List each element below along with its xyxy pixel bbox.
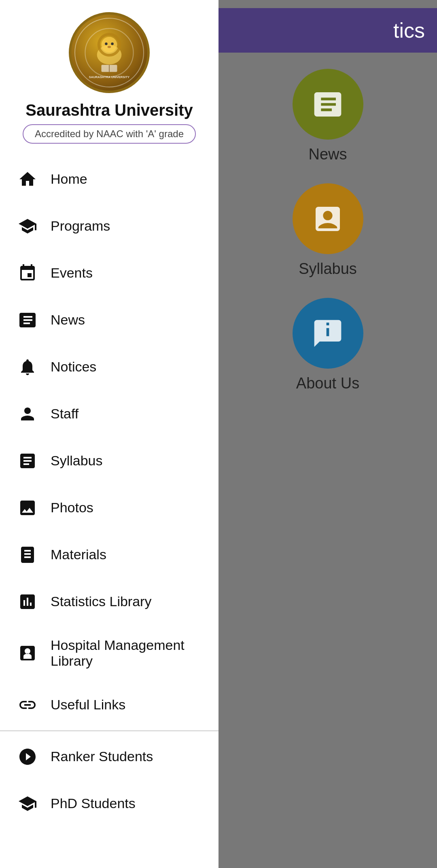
nav-item-syllabus[interactable]: Syllabus (0, 437, 218, 484)
nav-label-notices: Notices (51, 359, 96, 375)
about-us-label: About Us (296, 375, 359, 392)
nav-item-phd-students[interactable]: PhD Students (0, 780, 218, 827)
right-icons-area: News Syllabus About Us (293, 53, 363, 392)
notices-icon (16, 356, 38, 378)
right-icon-syllabus[interactable]: Syllabus (293, 183, 363, 278)
nav-label-statistics-library: Statistics Library (51, 594, 151, 609)
nav-item-staff[interactable]: Staff (0, 390, 218, 437)
nav-label-useful-links: Useful Links (51, 697, 125, 713)
sidebar-header: SAURASHTRA UNIVERSITY Saurashtra Univers… (0, 0, 218, 156)
nav-label-photos: Photos (51, 500, 93, 516)
right-icon-about-us[interactable]: About Us (293, 298, 363, 392)
news-icon (312, 88, 344, 121)
photos-icon (16, 497, 38, 519)
nav-label-home: Home (51, 171, 87, 187)
about-us-circle (293, 298, 363, 369)
nav-label-hospital-library: Hospital Management Library (51, 637, 202, 669)
svg-point-4 (105, 42, 108, 45)
events-icon (16, 262, 38, 284)
nav-item-notices[interactable]: Notices (0, 344, 218, 390)
sidebar: SAURASHTRA UNIVERSITY Saurashtra Univers… (0, 0, 218, 868)
nav-label-syllabus: Syllabus (51, 453, 103, 469)
right-panel: tics News Syllabus (218, 0, 437, 868)
syllabus-circle (293, 183, 363, 254)
svg-point-6 (108, 46, 111, 48)
svg-point-5 (111, 42, 114, 45)
materials-icon (16, 543, 38, 566)
svg-text:SAURASHTRA UNIVERSITY: SAURASHTRA UNIVERSITY (89, 75, 129, 79)
svg-point-0 (85, 28, 133, 76)
nav-item-useful-links[interactable]: Useful Links (0, 681, 218, 728)
nav-label-materials: Materials (51, 547, 106, 562)
nav-item-news[interactable]: News (0, 297, 218, 344)
nav-label-phd-students: PhD Students (51, 796, 136, 811)
syllabus-nav-icon (16, 450, 38, 472)
statistics-icon (16, 590, 38, 613)
phd-icon (16, 792, 38, 815)
svg-point-2 (102, 37, 117, 53)
nav-label-ranker-students: Ranker Students (51, 749, 153, 764)
hospital-icon (16, 642, 38, 664)
nav-divider (0, 730, 218, 731)
nav-item-events[interactable]: Events (0, 250, 218, 297)
svg-rect-7 (102, 65, 117, 72)
staff-icon (16, 403, 38, 425)
nav-label-news: News (51, 312, 85, 328)
header-partial-title: tics (393, 18, 425, 42)
emblem-svg: SAURASHTRA UNIVERSITY (83, 26, 136, 79)
ranker-icon (16, 745, 38, 768)
svg-point-1 (97, 45, 122, 65)
accreditation-badge: Accredited by NAAC with 'A' grade (23, 124, 196, 144)
nav-label-staff: Staff (51, 406, 78, 422)
nav-item-ranker-students[interactable]: Ranker Students (0, 733, 218, 780)
syllabus-icon (312, 203, 344, 235)
news-circle (293, 69, 363, 140)
programs-icon (16, 215, 38, 237)
right-header: tics (218, 8, 437, 53)
svg-rect-11 (27, 649, 28, 652)
svg-point-3 (99, 34, 120, 55)
right-icon-news[interactable]: News (293, 69, 363, 163)
nav-item-statistics-library[interactable]: Statistics Library (0, 578, 218, 625)
nav-label-events: Events (51, 265, 93, 281)
news-nav-icon (16, 309, 38, 331)
news-label: News (308, 146, 347, 163)
nav-item-programs[interactable]: Programs (0, 203, 218, 250)
home-icon (16, 168, 38, 190)
nav-list: Home Programs Events News (0, 156, 218, 868)
nav-item-home[interactable]: Home (0, 156, 218, 203)
about-us-icon (312, 317, 344, 350)
nav-item-hospital-library[interactable]: Hospital Management Library (0, 625, 218, 681)
university-logo: SAURASHTRA UNIVERSITY (69, 12, 150, 93)
nav-item-photos[interactable]: Photos (0, 484, 218, 531)
nav-item-materials[interactable]: Materials (0, 531, 218, 578)
university-name: Saurashtra University (25, 101, 193, 119)
links-icon (16, 694, 38, 716)
syllabus-label: Syllabus (299, 260, 357, 278)
nav-label-programs: Programs (51, 218, 110, 234)
